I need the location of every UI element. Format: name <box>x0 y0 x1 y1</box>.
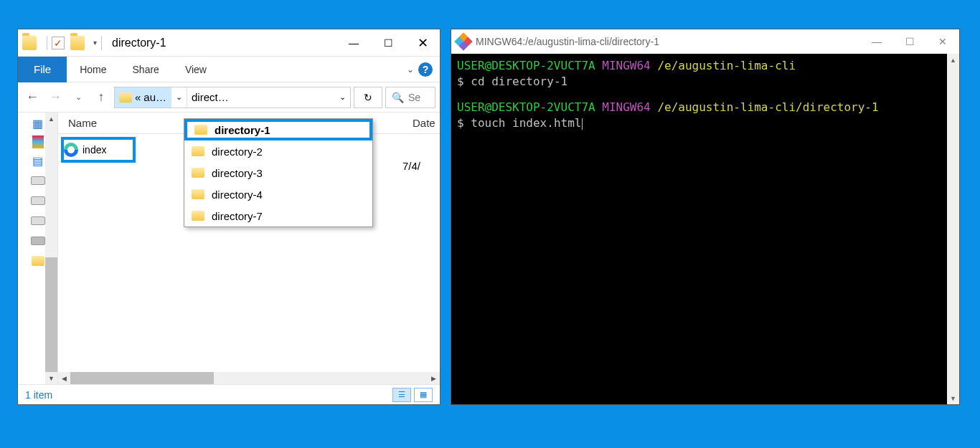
search-placeholder: Se <box>408 92 420 103</box>
details-view-button[interactable]: ☰ <box>392 388 411 402</box>
minimize-button[interactable]: — <box>860 29 893 54</box>
qat-checkbox-icon[interactable]: ✓ <box>52 37 65 49</box>
titlebar: ✓ ▾ directory-1 — ☐ ✕ <box>18 29 440 57</box>
maximize-button[interactable]: ☐ <box>893 29 926 54</box>
search-icon: 🔍 <box>392 92 404 103</box>
view-tab[interactable]: View <box>172 57 220 82</box>
file-tab[interactable]: File <box>18 57 67 82</box>
dropdown-item[interactable]: directory-3 <box>184 162 372 184</box>
window-controls: — ☐ ✕ <box>860 29 959 54</box>
tree-item[interactable] <box>32 135 44 148</box>
terminal-body[interactable]: USER@DESKTOP-2VUCT7A MINGW64 /e/augustin… <box>451 54 959 404</box>
separator <box>47 36 47 50</box>
prompt-user: USER@DESKTOP-2VUCT7A <box>457 59 595 72</box>
dropdown-item[interactable]: directory-4 <box>184 184 372 205</box>
up-button[interactable]: ↑ <box>91 87 111 108</box>
view-switcher: ☰ ▦ <box>392 388 433 402</box>
dropdown-item[interactable]: directory-2 <box>184 140 372 162</box>
address-current-segment[interactable]: direct… <box>187 87 233 108</box>
scroll-thumb[interactable] <box>45 257 57 372</box>
prompt-user: USER@DESKTOP-2VUCT7A <box>457 100 595 114</box>
scroll-left-icon[interactable]: ◀ <box>58 372 70 384</box>
tree-item[interactable] <box>30 233 46 249</box>
terminal-scrollbar[interactable]: ▲ ▼ <box>947 54 959 404</box>
dropdown-item-label: directory-4 <box>212 189 263 201</box>
address-dropdown-menu: directory-1 directory-2 directory-3 dire… <box>184 118 373 227</box>
folder-icon <box>192 146 204 156</box>
terminal-window: MINGW64:/e/augustin-lima-cli/directory-1… <box>451 29 960 405</box>
prompt-symbol: $ <box>457 116 464 130</box>
terminal-titlebar: MINGW64:/e/augustin-lima-cli/directory-1… <box>451 29 959 54</box>
prompt-sys: MINGW64 <box>602 59 650 72</box>
separator <box>101 36 102 50</box>
file-name: index <box>83 144 106 156</box>
navigation-tree[interactable]: ▦ ▤ ▲ ▼ <box>18 113 58 384</box>
edge-icon <box>64 143 78 157</box>
prompt-sys: MINGW64 <box>602 100 650 114</box>
ribbon: File Home Share View ⌄ ? <box>18 57 440 82</box>
terminal-line: USER@DESKTOP-2VUCT7A MINGW64 /e/augustin… <box>457 100 953 115</box>
scroll-down-icon[interactable]: ▼ <box>45 372 57 384</box>
mingw-icon <box>457 35 470 48</box>
tree-item[interactable] <box>30 173 46 189</box>
horizontal-scrollbar[interactable]: ◀ ▶ <box>58 372 440 384</box>
maximize-button[interactable]: ☐ <box>371 29 405 57</box>
forward-button[interactable]: → <box>45 87 65 108</box>
minimize-button[interactable]: — <box>336 29 371 57</box>
dropdown-item[interactable]: directory-7 <box>184 205 372 227</box>
tree-scrollbar[interactable]: ▲ ▼ <box>45 113 57 384</box>
address-parent-segment[interactable]: « au… <box>115 87 171 108</box>
folder-icon <box>194 125 207 135</box>
dropdown-item-label: directory-7 <box>212 210 263 222</box>
tree-item[interactable]: ▦ <box>30 115 46 131</box>
tree-item[interactable] <box>30 213 46 229</box>
scroll-up-icon[interactable]: ▲ <box>947 54 959 66</box>
back-button[interactable]: ← <box>22 87 42 108</box>
tree-item[interactable] <box>30 253 46 269</box>
address-bar[interactable]: « au… ⌄ direct… ⌄ <box>114 87 351 108</box>
terminal-line: USER@DESKTOP-2VUCT7A MINGW64 /e/augustin… <box>457 58 953 74</box>
address-parent-label: au… <box>143 91 166 103</box>
folder-icon <box>22 36 37 50</box>
prompt-path: /e/augustin-lima-cli/directory-1 <box>657 100 878 114</box>
refresh-button[interactable]: ↻ <box>354 87 382 108</box>
dropdown-item[interactable]: directory-1 <box>184 119 372 140</box>
search-input[interactable]: 🔍 Se <box>385 87 435 108</box>
dropdown-item-label: directory-3 <box>212 167 263 179</box>
help-icon[interactable]: ? <box>418 62 433 77</box>
address-ellipsis: « <box>135 91 141 103</box>
close-button[interactable]: ✕ <box>926 29 959 54</box>
column-date[interactable]: Date <box>402 117 440 129</box>
ribbon-collapse-icon[interactable]: ⌄ <box>407 65 414 75</box>
tree-item[interactable]: ▤ <box>30 153 46 168</box>
file-row[interactable]: index <box>62 138 134 161</box>
address-current-dropdown-icon[interactable]: ⌄ <box>335 87 350 108</box>
prompt-symbol: $ <box>457 75 464 88</box>
folder-icon <box>119 92 132 103</box>
scroll-down-icon[interactable]: ▼ <box>947 392 959 404</box>
folder-icon <box>192 189 204 199</box>
status-text: 1 item <box>25 389 52 401</box>
file-date: 7/4/ <box>402 134 440 172</box>
scroll-right-icon[interactable]: ▶ <box>428 372 440 384</box>
address-current-label: direct… <box>192 91 229 103</box>
scroll-up-icon[interactable]: ▲ <box>45 113 57 125</box>
status-bar: 1 item ☰ ▦ <box>18 384 440 404</box>
qat-dropdown-icon[interactable]: ▾ <box>93 39 97 47</box>
terminal-title: MINGW64:/e/augustin-lima-cli/directory-1 <box>476 36 659 47</box>
scroll-track[interactable] <box>947 66 959 392</box>
folder-icon <box>192 211 204 221</box>
thumbnails-view-button[interactable]: ▦ <box>414 388 433 402</box>
window-controls: — ☐ ✕ <box>336 29 440 57</box>
window-title: directory-1 <box>112 37 166 49</box>
recent-dropdown-icon[interactable]: ⌄ <box>68 87 88 108</box>
close-button[interactable]: ✕ <box>405 29 440 57</box>
share-tab[interactable]: Share <box>120 57 172 82</box>
scroll-thumb[interactable] <box>70 372 214 384</box>
command-text: cd directory-1 <box>471 75 567 88</box>
home-tab[interactable]: Home <box>67 57 119 82</box>
dropdown-item-label: directory-2 <box>212 146 263 158</box>
command-text: touch index.html <box>471 116 581 130</box>
tree-item[interactable] <box>30 193 46 209</box>
address-parent-dropdown-icon[interactable]: ⌄ <box>171 87 187 108</box>
